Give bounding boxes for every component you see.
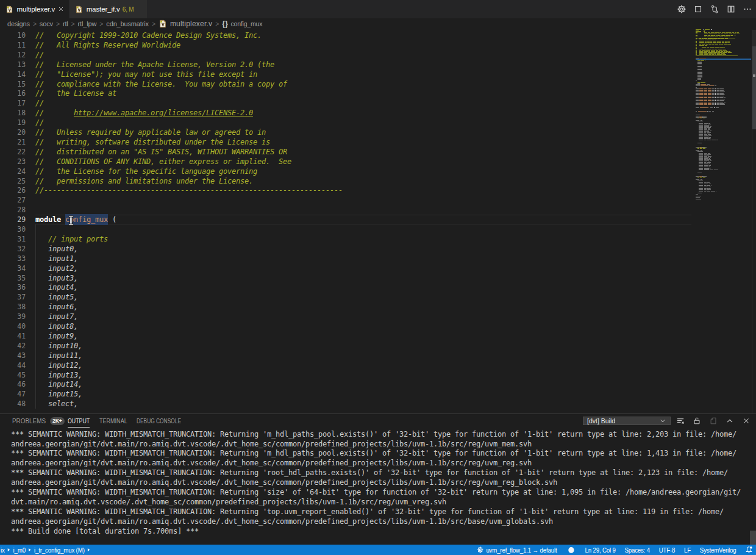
code-line[interactable]: 31 // input ports <box>0 234 695 244</box>
sync-icon[interactable] <box>709 4 719 15</box>
minimap-line <box>703 177 705 178</box>
code-line[interactable]: 10// Copyright 1999-2010 Cadence Design … <box>0 30 695 40</box>
panel-tab-output[interactable]: OUTPUT <box>68 414 90 428</box>
code-line[interactable]: 41 input9, <box>0 331 695 341</box>
editor-scrollbar[interactable] <box>752 46 756 129</box>
tab-multiplexer[interactable]: multiplexer.v <box>0 0 69 18</box>
statusbar-indentation[interactable]: Spaces: 4 <box>625 546 650 554</box>
code-line[interactable]: 48 select, <box>0 399 695 409</box>
code-line[interactable]: 15// compliance with the License. You ma… <box>0 79 695 88</box>
code-line[interactable]: 43 input11, <box>0 350 695 360</box>
code-token: input12, <box>35 361 82 370</box>
code-editor[interactable]: 10// Copyright 1999-2010 Cadence Design … <box>0 29 756 414</box>
code-line[interactable]: 29module config_mux ( <box>0 215 695 224</box>
code-text: // Unless required by applicable law or … <box>35 128 266 138</box>
code-line[interactable]: 44 input12, <box>0 360 695 370</box>
code-line[interactable]: 38 input6, <box>0 302 695 312</box>
code-line[interactable]: 27 <box>0 195 695 205</box>
panel-tab-problems[interactable]: PROBLEMS 2K+ <box>12 414 49 428</box>
close-panel-icon[interactable] <box>741 416 751 426</box>
minimap-line <box>696 194 698 195</box>
code-line[interactable]: 17// <box>0 98 695 108</box>
line-number: 40 <box>0 322 26 332</box>
statusbar-hierarchy-path[interactable]: ixi_m0i_tr_config_mux (M) <box>0 546 93 554</box>
code-text: // permissions and limitations under the… <box>35 177 253 187</box>
code-line[interactable]: 21// writing, software distributed under… <box>0 137 695 147</box>
panel-scrollbar[interactable] <box>750 531 756 545</box>
statusbar-dot-icon[interactable] <box>568 547 574 553</box>
code-line[interactable]: 40 input8, <box>0 321 695 331</box>
more-actions-icon[interactable] <box>742 4 752 15</box>
code-line[interactable]: 47 input15, <box>0 389 695 399</box>
code-line[interactable]: 37 input5, <box>0 292 695 302</box>
minimap[interactable] <box>695 29 751 414</box>
verilog-file-icon <box>75 5 83 14</box>
close-tab-icon[interactable] <box>56 4 66 14</box>
breadcrumb-item[interactable]: socv <box>40 20 53 27</box>
code-line[interactable]: 32 input0, <box>0 244 695 254</box>
statusbar-eol[interactable]: LF <box>684 546 691 554</box>
code-line[interactable]: 28 <box>0 205 695 215</box>
breadcrumb-item[interactable]: cdn_busmatrix <box>106 20 149 27</box>
unlock-icon[interactable] <box>692 416 702 426</box>
code-line[interactable]: 42 input10, <box>0 341 695 351</box>
code-line[interactable]: 14// "License"); you may not use this fi… <box>0 69 695 79</box>
minimap-line <box>715 85 716 86</box>
line-number: 20 <box>0 128 26 138</box>
output-log[interactable]: *** SEMANTIC WARNING: WIDTH_MISMATCH_TRU… <box>0 428 756 545</box>
statusbar-encoding[interactable]: UTF-8 <box>659 546 676 554</box>
code-line[interactable]: 33 input1, <box>0 253 695 263</box>
code-line[interactable]: 20// Unless required by applicable law o… <box>0 127 695 137</box>
output-channel-select[interactable]: [dvt] Build <box>583 417 671 425</box>
clear-output-icon[interactable] <box>676 416 685 426</box>
tab-master-if[interactable]: master_if.v 6, M <box>70 0 147 18</box>
bottom-panel: PROBLEMS 2K+ OUTPUT TERMINAL DEBUG CONSO… <box>0 414 756 545</box>
code-line[interactable]: 30 <box>0 224 695 234</box>
minimap-line <box>707 111 708 112</box>
code-line[interactable]: 13// Licensed under the Apache License, … <box>0 59 695 69</box>
panel-tab-debug-console[interactable]: DEBUG CONSOLE <box>137 414 195 428</box>
breadcrumb-item[interactable]: designs <box>7 20 30 27</box>
code-line[interactable]: 35 input3, <box>0 273 695 282</box>
code-line[interactable]: 34 input2, <box>0 263 695 273</box>
code-token: // <box>35 118 44 127</box>
split-editor-icon[interactable] <box>726 4 736 15</box>
code-line[interactable]: 12// <box>0 50 695 60</box>
square-icon[interactable] <box>693 4 703 15</box>
settings-gear-icon[interactable] <box>676 4 686 15</box>
breadcrumb-item[interactable]: rtl_lpw <box>78 20 97 27</box>
code-line[interactable]: 25// permissions and limitations under t… <box>0 176 695 185</box>
open-in-editor-icon[interactable] <box>708 416 718 426</box>
chevron-right-icon: > <box>152 20 155 27</box>
code-line[interactable]: 46 input14, <box>0 379 695 389</box>
minimap-line <box>715 47 719 48</box>
code-line[interactable]: 26//------------------------------------… <box>0 185 695 195</box>
code-line[interactable]: 16// the License at <box>0 88 695 98</box>
code-line[interactable]: 45 input13, <box>0 370 695 379</box>
bell-dot-icon[interactable] <box>745 546 752 554</box>
statusbar-cursor-position[interactable]: Ln 29, Col 9 <box>585 546 616 554</box>
breadcrumb-item[interactable]: rtl <box>63 20 68 27</box>
minimap-line <box>711 29 712 30</box>
breadcrumb-symbol[interactable]: config_mux <box>231 20 263 27</box>
square-glyph <box>693 4 703 14</box>
code-line[interactable]: 22// distributed on an "AS IS" BASIS, WI… <box>0 147 695 157</box>
breadcrumb-file[interactable]: multiplexer.v <box>170 20 212 28</box>
minimap-line <box>696 199 701 199</box>
code-line[interactable]: 24// the License for the specific langua… <box>0 166 695 176</box>
minimap-line <box>700 177 702 178</box>
statusbar-language[interactable]: SystemVerilog <box>700 546 736 554</box>
code-line[interactable]: 11// All Rights Reserved Worldwide <box>0 40 695 50</box>
code-line[interactable]: 19// <box>0 118 695 127</box>
code-line[interactable]: 36 input4, <box>0 282 695 292</box>
chevron-down-icon <box>659 417 666 424</box>
maximize-panel-icon[interactable] <box>725 416 735 426</box>
code-token: // the License for the specific language… <box>35 167 257 176</box>
code-line[interactable]: 18// http://www.apache.org/licenses/LICE… <box>0 108 695 118</box>
code-line[interactable]: 23// CONDITIONS OF ANY KIND, either expr… <box>0 156 695 166</box>
panel-tab-terminal[interactable]: TERMINAL <box>99 414 134 428</box>
statusbar-flow[interactable]: uvm_ref_flow_1.1 → default <box>477 546 557 554</box>
line-number: 28 <box>0 206 26 215</box>
code-line[interactable]: 39 input7, <box>0 312 695 321</box>
tab-label: master_if.v <box>87 5 120 13</box>
